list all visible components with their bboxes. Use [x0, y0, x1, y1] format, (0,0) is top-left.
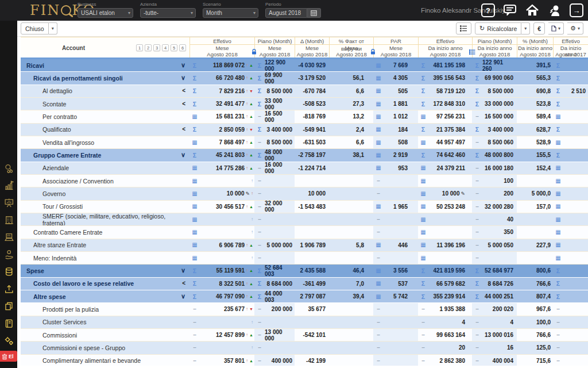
business-select[interactable]: USALI etalon▾: [78, 8, 133, 18]
sum-icon[interactable]: Σ: [556, 75, 560, 82]
sum-icon[interactable]: Σ: [475, 152, 479, 159]
column-header[interactable]: Piano (Month)MeseAgosto 2018: [254, 37, 295, 57]
calculator-icon[interactable]: ▦: [420, 255, 425, 261]
sum-icon[interactable]: Σ: [193, 87, 196, 94]
azienda-select[interactable]: -tutte-▾: [140, 8, 196, 18]
status-button[interactable]: Chiuso: [21, 22, 49, 34]
calculator-icon[interactable]: ▦: [376, 75, 381, 81]
calculator-icon[interactable]: ▦: [376, 88, 381, 94]
sum-icon[interactable]: Σ: [475, 267, 479, 274]
calendar-button[interactable]: [307, 8, 321, 18]
calculator-icon[interactable]: ▦: [555, 204, 560, 209]
account-cell[interactable]: Contratto Camere Entrate: [21, 226, 189, 238]
calculator-icon[interactable]: ▦: [420, 114, 425, 120]
calculator-icon[interactable]: ▦: [420, 229, 425, 235]
column-header[interactable]: Piano (Month)Da inizio annoAgosto 2018: [472, 37, 517, 57]
calculator-icon[interactable]: ▦: [192, 165, 197, 171]
account-cell[interactable]: Vendita all'ingrosso: [21, 136, 189, 148]
database-icon[interactable]: [4, 267, 14, 277]
calculator-icon[interactable]: ▦: [376, 294, 381, 300]
account-cell[interactable]: Qualificato<: [21, 124, 189, 136]
expand-icon[interactable]: <: [182, 87, 185, 94]
sum-icon[interactable]: Σ: [556, 87, 560, 94]
copy-documents-icon[interactable]: [4, 301, 14, 311]
book-icon[interactable]: [4, 319, 14, 328]
calculator-icon[interactable]: ▦: [555, 178, 560, 184]
page-button[interactable]: 3: [153, 44, 160, 51]
effetivo-mese-cell[interactable]: 10 000✎↑: [200, 187, 254, 200]
sum-icon[interactable]: Σ: [421, 152, 425, 159]
sum-icon[interactable]: Σ: [475, 101, 479, 108]
sum-icon[interactable]: Σ: [421, 75, 425, 82]
calculator-icon[interactable]: ▦: [376, 152, 381, 158]
calculator-icon[interactable]: ▦: [420, 178, 425, 184]
calculator-icon[interactable]: ▦: [420, 217, 425, 223]
account-cell[interactable]: Commissioni: [21, 329, 189, 341]
calculator-icon[interactable]: ▦: [192, 255, 197, 261]
collapse-icon[interactable]: ∨: [181, 62, 185, 69]
sum-icon[interactable]: Σ: [193, 152, 196, 159]
account-cell[interactable]: Tour / Grossisti: [21, 201, 189, 213]
upload-icon[interactable]: [4, 284, 14, 294]
sum-icon[interactable]: Σ: [556, 101, 560, 108]
account-cell[interactable]: Al dettaglio<: [21, 85, 189, 97]
sum-icon[interactable]: Σ: [258, 126, 261, 133]
calculator-icon[interactable]: ▦: [376, 101, 381, 107]
calculator-icon[interactable]: ▦: [420, 140, 425, 145]
calculator-icon[interactable]: ▦: [420, 242, 425, 248]
calculator-icon[interactable]: ▦: [376, 63, 381, 68]
sum-icon[interactable]: Σ: [556, 152, 560, 159]
column-header[interactable]: EffetivoMeseAgosto 2018: [189, 37, 254, 57]
account-cell[interactable]: Aziendale: [21, 162, 189, 174]
laptop-report-icon[interactable]: [4, 232, 14, 242]
column-header[interactable]: Δ (Month)MeseAgosto 2018: [295, 37, 329, 57]
sum-icon[interactable]: Σ: [258, 101, 261, 108]
hand-coin-icon[interactable]: [4, 250, 14, 259]
sum-icon[interactable]: Σ: [193, 267, 196, 274]
collapse-icon[interactable]: ∨: [181, 293, 185, 300]
calculator-icon[interactable]: ▦: [555, 165, 560, 171]
page-button[interactable]: 6: [179, 44, 186, 51]
column-header[interactable]: PARMeseAgosto 2018: [373, 37, 418, 57]
sum-icon[interactable]: Σ: [421, 267, 425, 274]
sum-icon[interactable]: Σ: [556, 280, 560, 287]
page-button[interactable]: 4: [162, 44, 169, 51]
sum-icon[interactable]: Σ: [258, 62, 261, 69]
expand-icon[interactable]: <: [182, 280, 185, 286]
hotel-building-icon[interactable]: [4, 215, 14, 225]
calculator-icon[interactable]: ▦: [555, 242, 560, 248]
account-cell[interactable]: Altre spese∨: [21, 290, 189, 302]
sum-icon[interactable]: Σ: [421, 280, 425, 287]
currency-button[interactable]: €: [533, 22, 545, 34]
export-button[interactable]: ▾: [548, 22, 564, 34]
sum-icon[interactable]: Σ: [258, 293, 261, 300]
sum-icon[interactable]: Σ: [475, 293, 479, 300]
account-cell[interactable]: Costo del lavoro e le spese relative<: [21, 278, 189, 290]
account-cell[interactable]: Ricavi∨: [21, 59, 189, 71]
calculator-icon[interactable]: ▦: [555, 255, 560, 261]
calculator-icon[interactable]: ▦: [192, 114, 197, 120]
account-cell[interactable]: Scontate<: [21, 98, 189, 110]
account-cell[interactable]: SMERF (sociale, militare, educativo, rel…: [21, 213, 189, 225]
status-caret-button[interactable]: ▾: [49, 22, 57, 34]
scenario-select[interactable]: Month▾: [203, 8, 258, 18]
row-settings-button[interactable]: [456, 22, 471, 34]
effetivo-ytd-cell[interactable]: 10 000✎: [428, 187, 472, 200]
account-cell[interactable]: Per contratto: [21, 110, 189, 122]
delete-badge[interactable]: El: [0, 351, 17, 362]
column-header[interactable]: EffetivoDa inizio annoAgosto 2017: [553, 37, 588, 57]
sum-icon[interactable]: Σ: [421, 62, 425, 69]
account-cell[interactable]: Governo: [21, 187, 189, 200]
presentation-icon[interactable]: [4, 198, 14, 208]
finance-search-icon[interactable]: [4, 163, 14, 173]
calculator-icon[interactable]: ▦: [555, 229, 560, 235]
sum-icon[interactable]: Σ: [421, 101, 425, 108]
calculator-icon[interactable]: ▦: [376, 242, 381, 248]
page-button[interactable]: 5: [171, 44, 177, 51]
calculator-icon[interactable]: ▦: [376, 281, 381, 286]
calculator-icon[interactable]: ▦: [376, 268, 381, 274]
sum-icon[interactable]: Σ: [258, 267, 261, 274]
account-cell[interactable]: Ricavi da pernottamenti singoli∨: [21, 72, 189, 84]
column-header[interactable]: EffetivoDa inizio annoAgosto 2018: [418, 37, 472, 57]
collapse-icon[interactable]: ∨: [181, 151, 185, 159]
